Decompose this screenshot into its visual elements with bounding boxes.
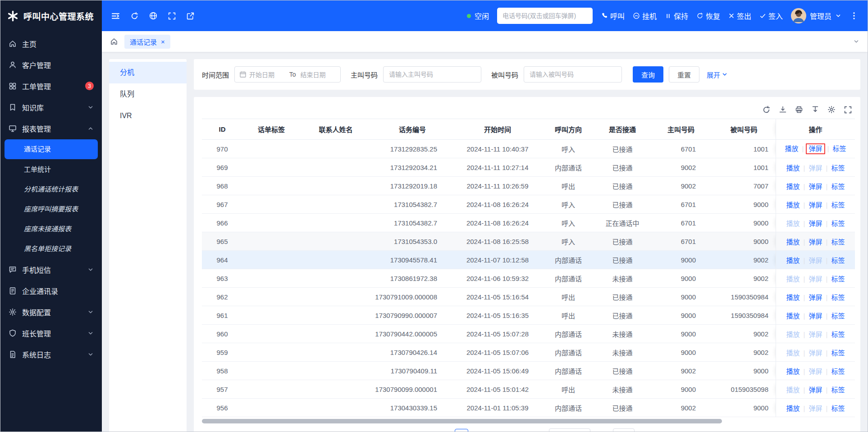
- play-link[interactable]: 播放: [785, 145, 799, 152]
- fullscreen-icon[interactable]: [168, 12, 176, 20]
- download-icon[interactable]: [779, 106, 787, 114]
- subnav-item[interactable]: 队列: [109, 83, 187, 105]
- sidebar-subitem[interactable]: 黑名单拒接记录: [0, 239, 102, 259]
- sidebar-item[interactable]: 企业通讯录: [0, 280, 102, 301]
- sidebar-item[interactable]: 手机短信: [0, 259, 102, 280]
- resume-button[interactable]: 恢复: [696, 10, 720, 21]
- signout-button[interactable]: 签出: [728, 10, 751, 21]
- collapse-menu-icon[interactable]: [111, 11, 120, 21]
- page-number[interactable]: 1: [455, 429, 468, 432]
- page-size-select[interactable]: 15条/页: [549, 428, 590, 432]
- play-link[interactable]: 播放: [786, 164, 800, 172]
- app-logo[interactable]: 呼叫中心管理系统: [0, 0, 102, 31]
- cell-id: 970: [202, 140, 242, 158]
- tag-link[interactable]: 标签: [831, 368, 845, 375]
- more-options-icon[interactable]: [850, 11, 859, 20]
- tag-link[interactable]: 标签: [831, 404, 845, 412]
- sidebar-subitem[interactable]: 分机通话统计报表: [0, 179, 102, 199]
- sidebar-item[interactable]: 系统日志: [0, 344, 102, 365]
- external-link-icon[interactable]: [186, 12, 195, 20]
- tag-link[interactable]: 标签: [831, 257, 845, 264]
- callee-input[interactable]: [524, 66, 622, 83]
- scrollbar-thumb[interactable]: [202, 419, 722, 423]
- user-menu[interactable]: 管理员: [791, 8, 841, 23]
- tag-link[interactable]: 标签: [831, 294, 845, 301]
- tab-call-records[interactable]: 通话记录 ×: [124, 35, 170, 49]
- popup-link[interactable]: 弹屏: [809, 183, 822, 190]
- play-link[interactable]: 播放: [786, 201, 800, 209]
- globe-icon[interactable]: [149, 11, 158, 20]
- signin-button[interactable]: 签入: [759, 10, 783, 21]
- play-link[interactable]: 播放: [786, 312, 800, 320]
- table-toolbar: [202, 102, 852, 117]
- subnav-item[interactable]: 分机: [109, 62, 187, 83]
- tag-link[interactable]: 标签: [831, 164, 845, 172]
- tag-link[interactable]: 标签: [831, 238, 845, 246]
- call-button[interactable]: 呼叫: [601, 10, 625, 21]
- refresh-table-icon[interactable]: [762, 106, 771, 114]
- sidebar-item[interactable]: 客户管理: [0, 54, 102, 75]
- page-number[interactable]: 26: [520, 429, 533, 432]
- page-ellipsis[interactable]: •••: [503, 429, 517, 432]
- play-link[interactable]: 播放: [786, 257, 800, 264]
- tag-link[interactable]: 标签: [831, 201, 845, 209]
- tag-link[interactable]: 标签: [831, 220, 845, 227]
- tab-close-icon[interactable]: ×: [161, 38, 165, 45]
- tag-link[interactable]: 标签: [831, 312, 845, 320]
- sidebar-item[interactable]: 班长管理: [0, 322, 102, 344]
- sidebar-item[interactable]: 主页: [0, 33, 102, 54]
- play-link[interactable]: 播放: [786, 294, 800, 301]
- subnav-item[interactable]: IVR: [109, 105, 187, 127]
- date-range-input[interactable]: 开始日期 To 结束日期: [234, 66, 341, 83]
- cell-ops: 播放|弹屏|标签: [776, 177, 855, 195]
- home-tab-icon[interactable]: [110, 37, 118, 46]
- sidebar-item[interactable]: 数据配置: [0, 301, 102, 322]
- page-number[interactable]: 3: [487, 429, 501, 432]
- phone-number-input[interactable]: [497, 8, 593, 24]
- sidebar-item[interactable]: 报表管理: [0, 118, 102, 139]
- prev-page-icon[interactable]: ‹: [443, 431, 450, 432]
- popup-link[interactable]: 弹屏: [809, 220, 822, 227]
- cell-ops: 播放|弹屏|标签: [776, 158, 855, 177]
- tag-link[interactable]: 标签: [831, 349, 845, 357]
- tag-link[interactable]: 标签: [831, 183, 845, 190]
- popup-link[interactable]: 弹屏: [809, 145, 822, 152]
- tag-link[interactable]: 标签: [831, 386, 845, 394]
- table-fullscreen-icon[interactable]: [844, 106, 852, 114]
- tag-link[interactable]: 标签: [831, 331, 845, 338]
- play-link[interactable]: 播放: [786, 238, 800, 246]
- tag-link[interactable]: 标签: [831, 275, 845, 283]
- sidebar-subitem[interactable]: 工单统计: [0, 160, 102, 179]
- popup-link[interactable]: 弹屏: [809, 386, 822, 394]
- tab-list-chevron-icon[interactable]: [853, 38, 859, 45]
- play-link[interactable]: 播放: [786, 368, 800, 375]
- popup-link[interactable]: 弹屏: [809, 294, 822, 301]
- print-icon[interactable]: [795, 106, 803, 114]
- hangup-button[interactable]: 挂机: [633, 10, 657, 21]
- next-page-icon[interactable]: ›: [538, 431, 544, 432]
- export-icon[interactable]: [811, 106, 819, 114]
- search-button[interactable]: 查询: [633, 66, 663, 83]
- sidebar-subitem[interactable]: 座席未接通报表: [0, 219, 102, 239]
- popup-link[interactable]: 弹屏: [809, 201, 822, 209]
- page-number[interactable]: 2: [471, 429, 484, 432]
- sidebar-subitem[interactable]: 通话记录: [5, 139, 98, 159]
- reset-button[interactable]: 重置: [669, 66, 699, 83]
- goto-page-input[interactable]: [613, 428, 635, 432]
- tag-link[interactable]: 标签: [832, 145, 846, 152]
- chevron-down-icon: [722, 71, 728, 78]
- callee-label: 被叫号码: [491, 70, 518, 79]
- sidebar-item[interactable]: 知识库: [0, 97, 102, 118]
- play-link[interactable]: 播放: [786, 183, 800, 190]
- caller-input[interactable]: [383, 66, 481, 83]
- column-header: 话单标签: [242, 119, 300, 140]
- popup-link[interactable]: 弹屏: [809, 312, 822, 320]
- play-link[interactable]: 播放: [786, 404, 800, 412]
- hold-button[interactable]: 保持: [665, 10, 688, 21]
- column-settings-icon[interactable]: [827, 106, 836, 114]
- refresh-page-icon[interactable]: [130, 12, 139, 20]
- expand-filters-link[interactable]: 展开: [707, 70, 728, 79]
- popup-link[interactable]: 弹屏: [809, 238, 822, 246]
- sidebar-item[interactable]: 工单管理3: [0, 75, 102, 97]
- sidebar-subitem[interactable]: 座席呼叫摘要报表: [0, 199, 102, 219]
